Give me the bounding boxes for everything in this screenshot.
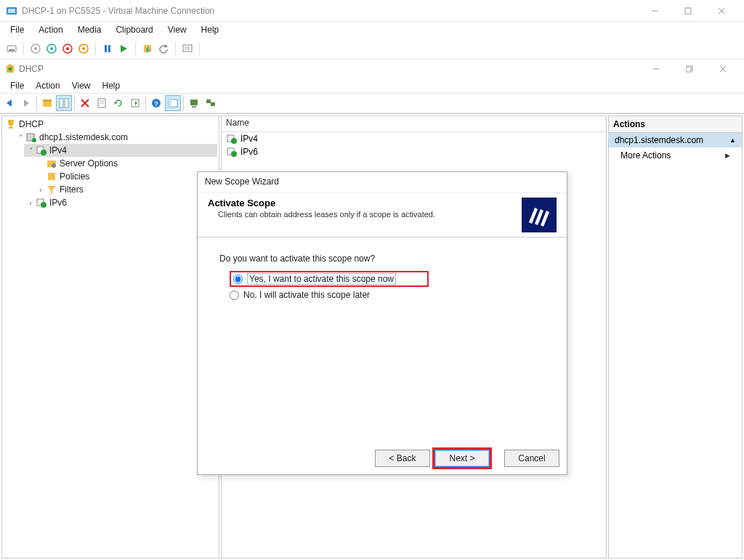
refresh-icon[interactable] [110, 95, 126, 111]
manage-authorized-icon[interactable] [203, 95, 219, 111]
minimize-button[interactable] [638, 0, 671, 22]
help-icon[interactable]: ? [148, 95, 164, 111]
dhcp-icon [4, 62, 16, 76]
svg-marker-40 [114, 102, 117, 105]
radio-no-row[interactable]: No, I will activate this scope later [230, 290, 545, 300]
svg-rect-32 [43, 100, 52, 102]
mmc-menu-action[interactable]: Action [30, 79, 65, 92]
actions-panel: Actions dhcp1.sistemdesk.com ▲ More Acti… [608, 115, 743, 559]
pause-icon[interactable] [100, 41, 115, 56]
mmc-toolbar: ? [0, 93, 744, 113]
vm-menu-help[interactable]: Help [195, 23, 225, 36]
tree-root[interactable]: DHCP [4, 118, 217, 131]
start-icon[interactable] [28, 41, 43, 56]
svg-rect-46 [169, 100, 171, 107]
svg-point-9 [34, 47, 37, 50]
maximize-button[interactable] [671, 0, 705, 22]
svg-rect-1 [8, 9, 15, 13]
tree-ipv6[interactable]: › IPv6 [24, 196, 217, 209]
export-icon[interactable] [127, 95, 143, 111]
list-item-ipv6[interactable]: IPv6 [222, 145, 606, 158]
svg-point-64 [231, 138, 237, 144]
svg-rect-47 [190, 100, 198, 105]
radio-yes[interactable] [233, 275, 243, 284]
shutdown-icon[interactable] [60, 41, 75, 56]
dhcp-close-button[interactable] [706, 60, 740, 78]
vm-menu-clipboard[interactable]: Clipboard [110, 23, 158, 36]
collapse-icon[interactable]: ˅ [15, 134, 25, 142]
tree-server[interactable]: ˅ dhcp1.sistemdesk.com [14, 131, 217, 144]
svg-rect-51 [10, 125, 12, 127]
svg-rect-7 [9, 49, 15, 51]
show-hide-tree-icon[interactable] [39, 95, 55, 111]
expand-icon[interactable]: › [25, 199, 36, 207]
back-button[interactable]: < Back [375, 450, 430, 467]
svg-rect-17 [108, 45, 110, 52]
vm-menu-action[interactable]: Action [33, 23, 68, 36]
wizard-header-sub: Clients can obtain address leases only i… [208, 208, 522, 219]
svg-marker-60 [47, 186, 56, 194]
tree-ipv4[interactable]: ˅ IPv4 [24, 144, 217, 157]
mmc-menu-help[interactable]: Help [97, 79, 126, 92]
cancel-button[interactable]: Cancel [504, 450, 559, 467]
mmc-menubar: File Action View Help [0, 78, 744, 93]
save-icon[interactable] [76, 41, 91, 56]
reset-icon[interactable] [116, 41, 131, 56]
small-icons-icon[interactable] [165, 95, 181, 111]
dhcp-minimize-button[interactable] [639, 60, 673, 78]
mmc-menu-view[interactable]: View [66, 79, 97, 92]
turnoff-icon[interactable] [44, 41, 59, 56]
tree-filters[interactable]: › Filters [34, 183, 217, 196]
svg-text:?: ? [154, 100, 158, 107]
wizard-title: New Scope Wizard [198, 172, 567, 192]
radio-no-label: No, I will activate this scope later [243, 290, 370, 300]
forward-icon[interactable] [18, 95, 34, 111]
svg-rect-3 [685, 8, 691, 14]
svg-point-58 [52, 163, 56, 168]
delete-icon[interactable] [77, 95, 93, 111]
submenu-arrow-icon: ▶ [725, 152, 730, 159]
svg-point-62 [41, 202, 46, 208]
svg-marker-29 [7, 100, 12, 107]
back-icon[interactable] [1, 95, 17, 111]
radio-no[interactable] [230, 291, 239, 300]
svg-rect-48 [192, 106, 196, 107]
mmc-menu-file[interactable]: File [4, 79, 30, 92]
wizard-question: Do you want to activate this scope now? [219, 253, 545, 264]
actions-section[interactable]: dhcp1.sistemdesk.com ▲ [609, 133, 742, 147]
revert-icon[interactable] [156, 41, 171, 56]
show-hide-action-icon[interactable] [56, 95, 72, 111]
svg-marker-20 [165, 44, 168, 48]
checkpoint-icon[interactable] [140, 41, 155, 56]
dhcp-title: DHCP [19, 64, 44, 74]
tree-panel: DHCP ˅ dhcp1.sistemdesk.com ˅ IPv4 [1, 115, 219, 559]
vm-icon [6, 5, 17, 17]
tree-policies[interactable]: Policies [34, 170, 217, 183]
ctrl-alt-del-icon[interactable] [4, 41, 19, 56]
svg-rect-16 [105, 45, 107, 52]
vm-menu-file[interactable]: File [4, 23, 30, 36]
svg-point-13 [66, 47, 69, 50]
list-header-name[interactable]: Name [222, 116, 606, 132]
collapse-icon[interactable]: ˅ [25, 147, 36, 155]
svg-marker-30 [24, 100, 29, 107]
radio-yes-row[interactable]: Yes, I want to activate this scope now [230, 271, 429, 287]
wizard-header-icon [522, 198, 557, 232]
next-button[interactable]: Next > [434, 450, 490, 467]
vm-menu-view[interactable]: View [162, 23, 193, 36]
enhanced-session-icon[interactable] [180, 41, 195, 56]
tree-server-options[interactable]: Server Options [34, 157, 217, 170]
dhcp-titlebar: DHCP [0, 60, 744, 78]
list-item-ipv4[interactable]: IPv4 [222, 132, 606, 145]
add-server-icon[interactable] [186, 95, 202, 111]
more-actions[interactable]: More Actions ▶ [609, 147, 742, 163]
properties-icon[interactable] [94, 95, 110, 111]
close-button[interactable] [705, 0, 738, 22]
wizard-header-title: Activate Scope [208, 198, 522, 208]
vm-menu-media[interactable]: Media [72, 23, 108, 36]
dhcp-restore-button[interactable] [673, 60, 706, 78]
actions-header: Actions [609, 116, 742, 133]
expand-icon[interactable]: › [36, 186, 46, 194]
svg-rect-49 [206, 100, 211, 103]
new-scope-wizard: New Scope Wizard Activate Scope Clients … [197, 171, 567, 475]
